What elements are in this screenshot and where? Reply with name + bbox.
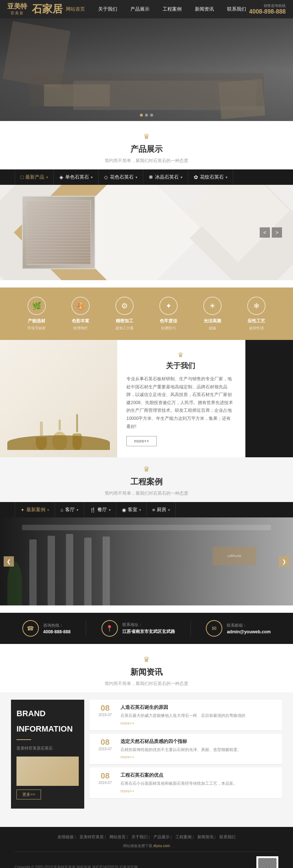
eng-tab-0[interactable]: ✦ 最新案例 ▾	[15, 502, 55, 517]
contact-row: ☎ 咨询热线： 4008-888-888 📍 联系地址： 江苏省南京市玄武区玄武…	[0, 613, 293, 644]
news-desc-0: 石英石最大的威力是能够他人造大理石一样、且目前最强的抗弯曲强的	[120, 713, 278, 719]
product-section-icon: ♛	[7, 132, 286, 141]
footer-download: 网站模板免费下载 diyou.com	[15, 843, 278, 849]
lobby-col-4	[84, 538, 92, 605]
eng-tab-3[interactable]: ◉ 客室 ▾	[116, 502, 147, 517]
eng-sign: LIFPLAN	[212, 547, 256, 565]
eng-tab-1[interactable]: ⌂ 客厅 ▾	[55, 502, 84, 517]
product-image	[22, 196, 95, 269]
news-date-0: 08 2019-07	[94, 704, 116, 726]
news-day-0: 08	[94, 704, 116, 712]
nav-menu: 网站首页 关于我们 产品展示 工程案例 新闻资讯 联系我们	[63, 4, 249, 14]
header: 亚美特 官美居 石家居 网站首页 关于我们 产品展示 工程案例 新闻资讯 联系我…	[0, 0, 293, 18]
product-prev-btn[interactable]: <	[260, 227, 270, 238]
tab-icon-0: □	[21, 174, 23, 180]
footer-link-6[interactable]: 新闻资讯	[197, 834, 216, 840]
eng-tab-2[interactable]: 🍴 餐厅 ▾	[84, 502, 116, 517]
feature-5: ❄ 应性工艺 超持性强	[234, 297, 278, 331]
eng-tab-label-0: 最新案例	[26, 506, 45, 513]
hero-dot-3[interactable]	[150, 114, 153, 117]
hero-dot-1[interactable]	[140, 114, 143, 117]
feature-desc-5: 超持性强	[234, 326, 278, 331]
news-more-link-2[interactable]: more++	[120, 789, 134, 793]
feature-title-0: 产能选材	[15, 318, 59, 324]
nav-products[interactable]: 产品展示	[127, 4, 152, 14]
eng-tab-4[interactable]: ≡ 厨房 ▾	[147, 502, 176, 517]
eng-banner-image: LIFPLAN	[0, 517, 293, 605]
hero-dot-2[interactable]	[145, 114, 148, 117]
nav-home[interactable]: 网站首页	[63, 4, 88, 14]
contact-email-label: 联系邮箱：	[227, 623, 271, 628]
footer-copyright: Copyright © 2002-2019 亚美特官美居 版权所有 苏ICP14…	[15, 864, 138, 868]
contact-email-icon: ✉	[206, 620, 222, 637]
product-tab-label-0: 最新产品	[25, 174, 44, 180]
news-more-link-1[interactable]: more++	[120, 755, 134, 759]
about-dark-panel	[245, 340, 293, 457]
news-desc-1: 石材的装饰性能的优劣不主要以石材的光泽、美丽、造型细腻程度、	[120, 747, 278, 753]
feature-title-5: 应性工艺	[234, 318, 278, 324]
footer-links: 友情链接 亚美特官美居 网站首页 关于我们 产品展示 工程案例 新闻资讯 联系我…	[15, 834, 278, 840]
footer-link-5[interactable]: 工程案例	[175, 834, 194, 840]
eng-tab-icon-1: ⌂	[60, 507, 63, 513]
about-section: ♛ 关于我们 专业从事石英石板材研制、生产与销售的专业厂家，地处中国石材生产重要…	[0, 340, 293, 457]
news-year-0: 2019-07	[94, 713, 116, 717]
news-subtitle: 简约而不简单，展我们对石英石的一种态度	[7, 681, 286, 687]
about-more-btn[interactable]: more++	[126, 436, 157, 446]
lobby-col-3	[66, 534, 73, 605]
phone-number: 4008-898-888	[249, 8, 286, 15]
footer-download-site[interactable]: diyou.com	[153, 844, 170, 848]
about-content: ♛ 关于我们 专业从事石英石板材研制、生产与销售的专业厂家，地处中国石材生产重要…	[117, 340, 245, 457]
news-title: 新闻资讯	[7, 667, 286, 678]
news-content-1: 选定天然石材品质感的四个指标 石材的装饰性能的优劣不主要以石材的光泽、美丽、造型…	[120, 738, 278, 760]
news-brand: BRAND INFORMATION 亚美特官美居石英石 更多>>	[11, 700, 84, 809]
news-more-btn[interactable]: 更多>>	[16, 790, 41, 799]
product-title-area: ♛ 产品展示 简约而不简单，展我们对石英石的一种态度	[0, 121, 293, 169]
product-tab-2[interactable]: ◇ 花色石英石 ▾	[99, 169, 143, 185]
eng-tab-label-4: 厨房	[157, 506, 166, 513]
product-tab-label-4: 花纹石英石	[200, 174, 224, 180]
eng-prev-btn[interactable]: ❮	[4, 556, 14, 567]
feature-desc-3: 抗磨防污	[146, 326, 190, 331]
contact-email: ✉ 联系邮箱： admin@youweb.com	[206, 620, 271, 637]
header-phone-area: 销售咨询热线 4008-898-888	[249, 3, 286, 15]
contact-address-icon: 📍	[101, 620, 118, 637]
product-tab-0[interactable]: □ 最新产品 ▾	[15, 169, 54, 185]
footer-link-3[interactable]: 关于我们	[131, 834, 150, 840]
footer-link-4[interactable]: 产品展示	[153, 834, 172, 840]
footer-link-2[interactable]: 网站首页	[110, 834, 128, 840]
feature-icon-2: ⚙	[115, 297, 134, 315]
footer-link-1[interactable]: 亚美特官美居	[79, 834, 106, 840]
about-table-decoration	[7, 435, 110, 450]
eng-next-btn[interactable]: ❯	[279, 556, 289, 567]
contact-email-value: admin@youweb.com	[227, 629, 271, 634]
product-tab-4[interactable]: ✿ 花纹石英石 ▾	[188, 169, 233, 185]
qrcode-box	[256, 856, 278, 868]
eng-tab-icon-2: 🍴	[90, 507, 96, 513]
news-title-1[interactable]: 选定天然石材品质感的四个指标	[120, 738, 278, 745]
news-title-2[interactable]: 工程石英石案的优点	[120, 772, 278, 779]
nav-engineering[interactable]: 工程案例	[160, 4, 185, 14]
feature-desc-4: 超磁	[190, 326, 234, 331]
product-tab-1[interactable]: ◈ 单色石英石 ▾	[54, 169, 99, 185]
nav-contact[interactable]: 联系我们	[224, 4, 249, 14]
product-tab-label-3: 冰晶石英石	[155, 174, 179, 180]
product-tab-3[interactable]: ❋ 冰晶石英石 ▾	[143, 169, 188, 185]
nav-news[interactable]: 新闻资讯	[192, 4, 217, 14]
feature-4: ☀ 光洁高雅 超磁	[190, 297, 234, 331]
plant-eng	[7, 561, 22, 605]
feature-icon-0: 🌿	[27, 297, 46, 315]
nav-about[interactable]: 关于我们	[95, 4, 120, 14]
news-articles: 08 2019-07 人造石英石诞生的原因 石英石最大的威力是能够他人造大理石一…	[84, 700, 282, 809]
hero-banner	[0, 18, 293, 121]
news-article-2: 08 2019-07 工程石英石案的优点 石英石石小台面面材其他和板面石英经等传…	[90, 768, 282, 799]
contact-divider-2	[190, 620, 191, 637]
footer-link-7[interactable]: 联系我们	[219, 834, 235, 840]
eng-tab-label-1: 客厅	[65, 506, 75, 513]
news-title-0[interactable]: 人造石英石诞生的原因	[120, 704, 278, 711]
footer-link-0[interactable]: 友情链接	[58, 834, 76, 840]
feature-desc-2: 超加工方案	[103, 326, 146, 331]
contact-phone-icon: ☎	[22, 620, 39, 637]
product-next-btn[interactable]: >	[272, 227, 282, 238]
news-more-link-0[interactable]: more++	[120, 721, 134, 725]
feature-desc-1: 纹理绚烂	[59, 326, 103, 331]
